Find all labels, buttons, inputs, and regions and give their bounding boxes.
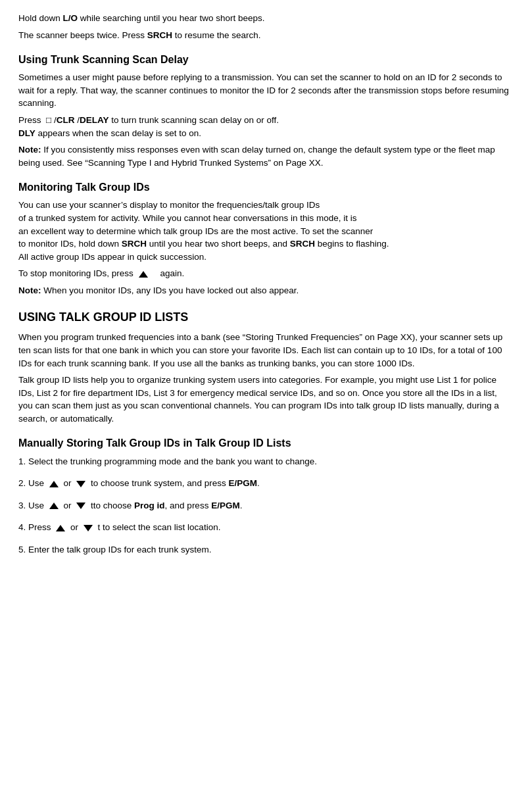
srch-bold-top: SRCH — [147, 30, 172, 40]
arrow-down-step3 — [76, 503, 85, 509]
talk-group-lists-section: USING TALK GROUP ID LISTS When you progr… — [18, 308, 514, 425]
trunk-scan-delay-section: Using Trunk Scanning Scan Delay Sometime… — [18, 52, 514, 169]
step-1-text: 1. Select the trunking programming mode … — [18, 455, 514, 468]
monitoring-section: Monitoring Talk Group IDs You can use yo… — [18, 180, 514, 297]
epgm-bold-step3: E/PGM — [211, 501, 240, 510]
progid-bold: Prog id — [134, 501, 165, 510]
step-5-text: 5. Enter the talk group IDs for each tru… — [18, 543, 514, 556]
arrow-up-step3 — [49, 503, 59, 509]
top-line1: Hold down L/O while searching until you … — [18, 12, 514, 25]
manually-storing-section: Manually Storing Talk Group IDs in Talk … — [18, 435, 514, 556]
step-2: 2. Use or to choose trunk system, and pr… — [18, 477, 514, 490]
monitoring-para2: To stop monitoring IDs, press again. — [18, 267, 514, 280]
trunk-scan-delay-heading: Using Trunk Scanning Scan Delay — [18, 52, 514, 67]
srch-bold-2: SRCH — [290, 239, 315, 249]
step-2-text: 2. Use or to choose trunk system, and pr… — [18, 477, 514, 490]
dly-bold: DLY — [18, 128, 36, 138]
step-3-text: 3. Use or tto choose Prog id, and press … — [18, 499, 514, 512]
manually-storing-heading: Manually Storing Talk Group IDs in Talk … — [18, 435, 514, 451]
step-4-text: 4. Press or t to select the scan list lo… — [18, 521, 514, 534]
arrow-down-step2 — [76, 481, 85, 487]
monitoring-heading: Monitoring Talk Group IDs — [18, 180, 514, 195]
arrow-down-step4 — [84, 525, 93, 531]
monitoring-note: Note: When you monitor IDs, any IDs you … — [18, 284, 514, 297]
top-line2: The scanner beeps twice. Press SRCH to r… — [18, 29, 514, 42]
talk-group-lists-para2: Talk group ID lists help you to organize… — [18, 374, 514, 425]
trunk-scan-delay-note: Note: If you consistently miss responses… — [18, 143, 514, 169]
lo-bold: L/O — [63, 13, 78, 23]
note-label-2: Note: — [18, 285, 41, 295]
srch-bold-1: SRCH — [122, 239, 147, 249]
clr-bold: CLR — [57, 115, 75, 125]
step-5: 5. Enter the talk group IDs for each tru… — [18, 543, 514, 556]
arrow-up-step2 — [49, 481, 59, 487]
top-section: Hold down L/O while searching until you … — [18, 12, 514, 41]
arrow-up-step4 — [56, 525, 65, 531]
step-3: 3. Use or tto choose Prog id, and press … — [18, 499, 514, 512]
delay-bold: DELAY — [80, 115, 109, 125]
talk-group-lists-heading: USING TALK GROUP ID LISTS — [18, 308, 514, 326]
step-1: 1. Select the trunking programming mode … — [18, 455, 514, 468]
trunk-scan-delay-para2: Press □ /CLR /DELAY to turn trunk scanni… — [18, 114, 514, 139]
monitoring-para1: You can use your scanner’s display to mo… — [18, 199, 514, 263]
talk-group-lists-para1: When you program trunked frequencies int… — [18, 331, 514, 370]
step-4: 4. Press or t to select the scan list lo… — [18, 521, 514, 534]
note-label-1: Note: — [18, 145, 41, 155]
arrow-up-monitor — [139, 271, 148, 278]
trunk-scan-delay-para1: Sometimes a user might pause before repl… — [18, 71, 514, 110]
square-symbol: □ — [46, 115, 51, 125]
epgm-bold-step2: E/PGM — [228, 478, 257, 488]
